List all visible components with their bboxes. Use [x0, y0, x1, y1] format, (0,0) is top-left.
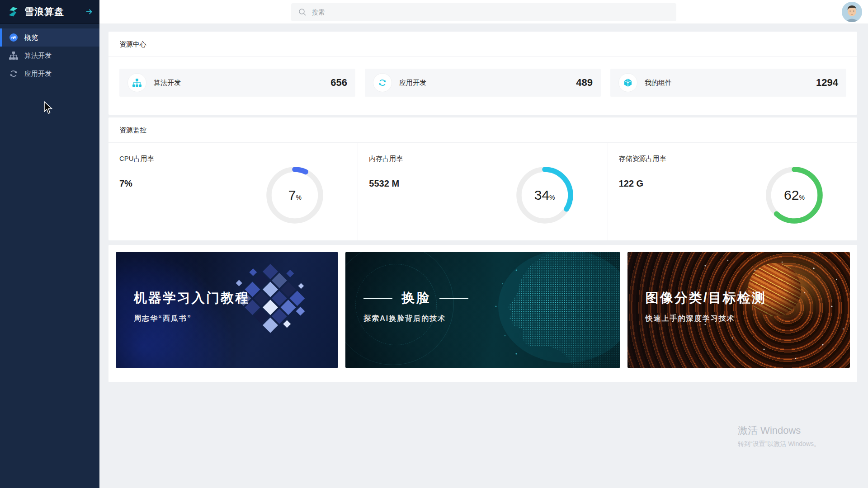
gauge-panel-storage: 存储资源占用率 122 G 62 % — [608, 143, 857, 240]
cube-icon — [618, 73, 637, 92]
sidebar-item-label: 概览 — [24, 33, 38, 42]
gauge-value: 122 G — [619, 178, 643, 189]
resource-card-algorithm-dev[interactable]: 算法开发 656 — [119, 69, 355, 97]
sidebar-item-application-dev[interactable]: 应用开发 — [0, 65, 99, 83]
search-input[interactable] — [312, 9, 669, 16]
resource-card-count: 1294 — [816, 77, 838, 89]
dashboard-icon — [9, 33, 18, 42]
banner-title: 图像分类/目标检测 — [646, 289, 766, 307]
sidebar-item-label: 算法开发 — [24, 52, 52, 60]
monitoring-body: CPU占用率 7% 7 % — [108, 143, 857, 240]
banner-card: 机器学习入门教程 周志华“西瓜书” — [108, 245, 857, 382]
section-title-resource-monitoring: 资源监控 — [108, 117, 857, 143]
sidebar-item-label: 应用开发 — [24, 70, 52, 78]
brand-logo-icon — [6, 5, 20, 19]
storage-gauge-chart: 62 % — [765, 166, 824, 225]
resource-card-label: 算法开发 — [154, 79, 181, 87]
gauge-label: 存储资源占用率 — [619, 155, 846, 163]
gauge-panel-memory: 内存占用率 5532 M 34 % — [358, 143, 607, 240]
gauge-label: 内存占用率 — [369, 155, 596, 163]
cpu-gauge-chart: 7 % — [265, 166, 324, 225]
banner-title: 机器学习入门教程 — [134, 289, 250, 307]
sidebar-collapse-icon[interactable] — [85, 7, 94, 16]
sidebar-header: 雪浪算盘 — [0, 0, 99, 24]
percent-sign: % — [799, 194, 804, 201]
recycle-icon — [373, 73, 392, 92]
user-avatar[interactable] — [842, 2, 862, 22]
watermark-line2: 转到“设置”以激活 Windows。 — [738, 440, 820, 448]
app-window: 雪浪算盘 概览 — [0, 0, 868, 488]
search-box[interactable] — [291, 3, 676, 21]
sitemap-icon — [127, 73, 146, 92]
topbar — [99, 0, 868, 24]
windows-activation-watermark: 激活 Windows 转到“设置”以激活 Windows。 — [738, 424, 820, 448]
sidebar-item-algorithm-dev[interactable]: 算法开发 — [0, 47, 99, 65]
percent-sign: % — [296, 194, 301, 201]
sidebar: 雪浪算盘 概览 — [0, 0, 99, 488]
resource-card-count: 489 — [576, 77, 593, 89]
banner-image-classification[interactable]: 图像分类/目标检测 快速上手的深度学习技术 — [627, 252, 850, 368]
resource-center-card: 资源中心 算法开发 656 — [108, 32, 857, 115]
sitemap-icon — [9, 51, 18, 60]
resource-monitoring-card: 资源监控 CPU占用率 7% 7 % — [108, 117, 857, 240]
banner-face-swap[interactable]: 换脸 探索AI换脸背后的技术 — [345, 252, 620, 368]
gauge-label: CPU占用率 — [119, 155, 347, 163]
gauge-percent: 34 — [534, 188, 549, 203]
sidebar-menu: 概览 算法开发 — [0, 24, 99, 83]
sidebar-item-overview[interactable]: 概览 — [0, 28, 99, 47]
gauge-percent: 7 — [288, 188, 296, 203]
gauge-panel-cpu: CPU占用率 7% 7 % — [108, 143, 358, 240]
banner-title: 换脸 — [401, 289, 430, 307]
title-dash — [363, 298, 392, 299]
resource-card-my-components[interactable]: 我的组件 1294 — [610, 69, 846, 97]
resource-card-count: 656 — [330, 77, 347, 89]
gauge-value: 5532 M — [369, 178, 399, 189]
banner-subtitle: 周志华“西瓜书” — [134, 314, 250, 324]
particle-face-illustration — [448, 252, 620, 368]
banner-subtitle: 快速上手的深度学习技术 — [646, 314, 766, 324]
search-icon — [298, 8, 307, 16]
main-content: 资源中心 算法开发 656 — [99, 24, 868, 488]
avatar-image — [842, 2, 862, 22]
banner-machine-learning[interactable]: 机器学习入门教程 周志华“西瓜书” — [116, 252, 338, 368]
title-dash — [439, 298, 468, 299]
banner-subtitle: 探索AI换脸背后的技术 — [363, 314, 468, 324]
watermark-line1: 激活 Windows — [738, 424, 820, 437]
section-title-resource-center: 资源中心 — [108, 32, 857, 57]
gauge-value: 7% — [119, 178, 132, 189]
resource-card-label: 我的组件 — [645, 79, 672, 87]
memory-gauge-chart: 34 % — [515, 166, 574, 225]
resource-center-body: 算法开发 656 应用开发 489 — [108, 57, 857, 115]
gauge-percent: 62 — [784, 188, 799, 203]
app-title: 雪浪算盘 — [24, 5, 64, 18]
percent-sign: % — [549, 194, 555, 201]
recycle-icon — [9, 69, 18, 78]
resource-card-application-dev[interactable]: 应用开发 489 — [365, 69, 601, 97]
resource-card-label: 应用开发 — [399, 79, 426, 87]
